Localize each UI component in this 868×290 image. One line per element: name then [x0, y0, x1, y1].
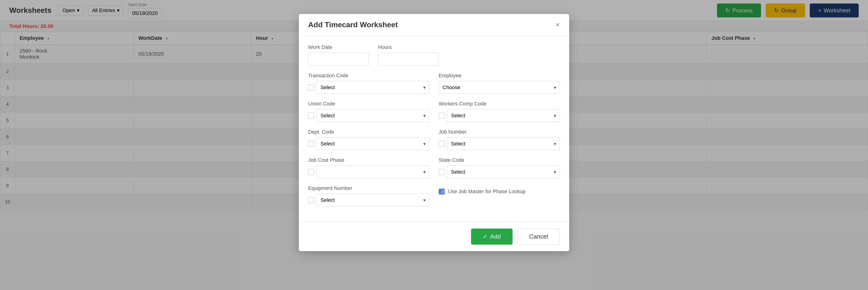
equipment-number-label: Equipment Number: [308, 185, 429, 191]
job-number-checkbox[interactable]: [439, 141, 445, 147]
job-cost-phase-select[interactable]: [316, 166, 429, 178]
state-code-select-wrapper: Select: [447, 166, 560, 178]
job-number-group: Job Number Select: [439, 129, 560, 150]
state-code-group: State Code Select: [439, 157, 560, 178]
union-code-group: Union Code Select: [308, 101, 429, 122]
job-number-select-wrapper: Select: [447, 137, 560, 150]
transaction-code-checkbox[interactable]: [308, 84, 314, 90]
union-code-checkbox[interactable]: [308, 113, 314, 119]
modal-body: Work Date Hours Transaction Code: [299, 36, 569, 222]
job-cost-phase-select-wrapper: [316, 166, 429, 178]
union-workers-row: Union Code Select Workers Comp Code: [308, 101, 560, 122]
use-job-master-checkbox[interactable]: ✓: [439, 188, 445, 194]
work-date-hours-row: Work Date Hours: [308, 44, 560, 66]
work-date-group: Work Date: [308, 44, 369, 66]
workers-comp-select-wrapper: Select: [447, 109, 560, 122]
work-date-label: Work Date: [308, 44, 369, 50]
union-code-select[interactable]: Select: [316, 109, 429, 122]
workers-comp-group: Workers Comp Code Select: [439, 101, 560, 122]
use-job-master-group: ✓ Use Job Master for Phase Lookup: [439, 185, 560, 207]
workers-comp-select[interactable]: Select: [447, 109, 560, 122]
state-code-checkbox[interactable]: [439, 169, 445, 175]
equipment-number-select-row: Select: [308, 194, 429, 207]
dept-code-select-row: Select: [308, 137, 429, 150]
use-job-master-row: ✓ Use Job Master for Phase Lookup: [439, 188, 560, 194]
employee-label: Employee: [439, 73, 560, 79]
equipment-job-master-row: Equipment Number Select ✓: [308, 185, 560, 207]
dept-code-checkbox[interactable]: [308, 141, 314, 147]
modal-overlay: Add Timecard Worksheet × Work Date Hours: [0, 0, 868, 290]
job-number-label: Job Number: [439, 129, 560, 135]
workers-comp-label: Workers Comp Code: [439, 101, 560, 107]
employee-select[interactable]: Choose: [439, 81, 560, 94]
cancel-button[interactable]: Cancel: [517, 228, 560, 245]
job-cost-phase-group: Job Cost Phase: [308, 157, 429, 178]
employee-group: Employee Choose: [439, 73, 560, 94]
union-code-label: Union Code: [308, 101, 429, 107]
transaction-code-label: Transaction Code: [308, 73, 429, 79]
equipment-number-group: Equipment Number Select: [308, 185, 429, 207]
job-cost-phase-checkbox[interactable]: [308, 169, 314, 175]
equipment-number-select-wrapper: Select: [316, 194, 429, 207]
hours-label: Hours: [378, 44, 439, 50]
equipment-number-select[interactable]: Select: [316, 194, 429, 207]
job-cost-state-row: Job Cost Phase State Code: [308, 157, 560, 178]
modal-header: Add Timecard Worksheet ×: [299, 14, 569, 36]
union-code-select-wrapper: Select: [316, 109, 429, 122]
transaction-employee-row: Transaction Code Select Employee: [308, 73, 560, 94]
state-code-label: State Code: [439, 157, 560, 163]
dept-code-select-wrapper: Select: [316, 137, 429, 150]
dept-job-row: Dept. Code Select Job Number: [308, 129, 560, 150]
employee-select-wrapper: Choose: [439, 81, 560, 94]
job-cost-phase-select-row: [308, 166, 429, 178]
dept-code-group: Dept. Code Select: [308, 129, 429, 150]
hours-input[interactable]: [378, 52, 439, 66]
dept-code-label: Dept. Code: [308, 129, 429, 135]
transaction-code-select[interactable]: Select: [316, 81, 429, 94]
background-page: Worksheets Open ▾ All Entries ▾ Start Da…: [0, 0, 868, 290]
use-job-master-label: Use Job Master for Phase Lookup: [448, 188, 526, 194]
equipment-number-checkbox[interactable]: [308, 197, 314, 203]
state-code-select-row: Select: [439, 166, 560, 178]
dept-code-select[interactable]: Select: [316, 137, 429, 150]
state-code-select[interactable]: Select: [447, 166, 560, 178]
work-date-input[interactable]: [308, 52, 369, 66]
job-number-select-row: Select: [439, 137, 560, 150]
union-code-select-row: Select: [308, 109, 429, 122]
job-number-select[interactable]: Select: [447, 137, 560, 150]
transaction-code-select-row: Select: [308, 81, 429, 94]
add-button[interactable]: ✓ Add: [471, 228, 513, 245]
transaction-code-select-wrapper: Select: [316, 81, 429, 94]
checkmark-icon: ✓: [483, 233, 488, 240]
job-cost-phase-label: Job Cost Phase: [308, 157, 429, 163]
add-timecard-modal: Add Timecard Worksheet × Work Date Hours: [299, 14, 569, 251]
modal-title: Add Timecard Worksheet: [308, 21, 398, 29]
workers-comp-checkbox[interactable]: [439, 113, 445, 119]
close-button[interactable]: ×: [555, 21, 560, 29]
modal-footer: ✓ Add Cancel: [299, 222, 569, 251]
workers-comp-select-row: Select: [439, 109, 560, 122]
hours-group: Hours: [378, 44, 439, 66]
transaction-code-group: Transaction Code Select: [308, 73, 429, 94]
